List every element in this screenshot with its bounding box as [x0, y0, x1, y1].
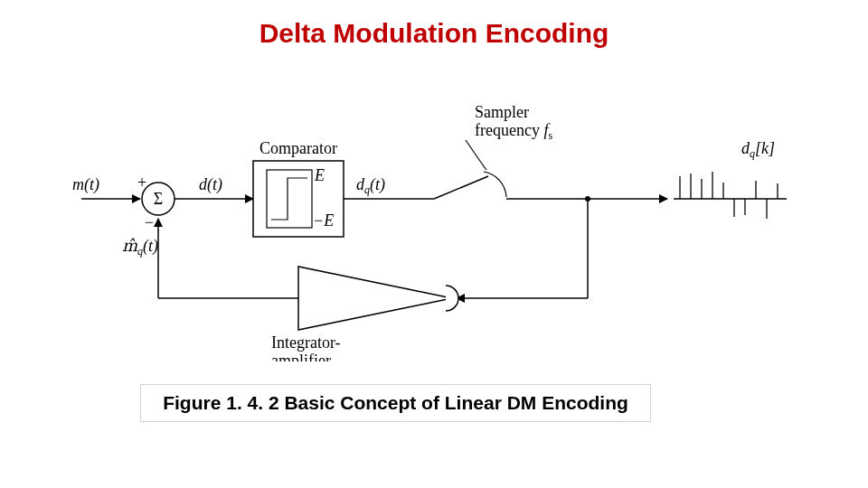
label-dq: dq(t): [356, 175, 385, 196]
label-input: m(t): [72, 175, 99, 194]
label-dq-arg: (t): [370, 175, 385, 194]
caption-box: Figure 1. 4. 2 Basic Concept of Linear D…: [140, 384, 651, 422]
label-comparator: Comparator: [259, 139, 337, 157]
amp-input-cap: [446, 286, 458, 311]
block-diagram: m(t) Σ + − d(t) Comparator E −E dq(t) Sa…: [72, 90, 796, 361]
sampler-arc: [484, 172, 506, 197]
sampler-leadline: [466, 140, 486, 170]
plus-sign: +: [137, 174, 146, 192]
label-sampler-line1: Sampler: [475, 103, 529, 121]
label-d: d(t): [199, 175, 222, 194]
label-feedback-arg: (t): [143, 237, 158, 256]
label-E-high: E: [314, 166, 325, 184]
label-output-arg: [k]: [755, 139, 775, 157]
figure-caption: Figure 1. 4. 2 Basic Concept of Linear D…: [163, 392, 628, 414]
label-sampler-freq: frequency: [475, 121, 543, 139]
label-amp-line2: amplifier: [271, 352, 331, 361]
label-E-low: −E: [313, 211, 334, 230]
sampler-arm: [434, 176, 488, 199]
label-output: dq[k]: [741, 139, 775, 160]
label-sampler-line2: frequency fs: [475, 121, 552, 142]
minus-sign: −: [145, 213, 154, 231]
label-feedback-m: m̂: [122, 237, 138, 255]
integrator-amplifier: [298, 267, 452, 330]
page-title: Delta Modulation Encoding: [0, 18, 868, 49]
output-pulse-train: [674, 172, 787, 219]
label-feedback: m̂q(t): [122, 237, 158, 258]
label-amp-line1: Integrator-: [271, 333, 341, 352]
label-sampler-fs-sub: s: [548, 129, 552, 142]
sum-symbol: Σ: [154, 190, 163, 208]
